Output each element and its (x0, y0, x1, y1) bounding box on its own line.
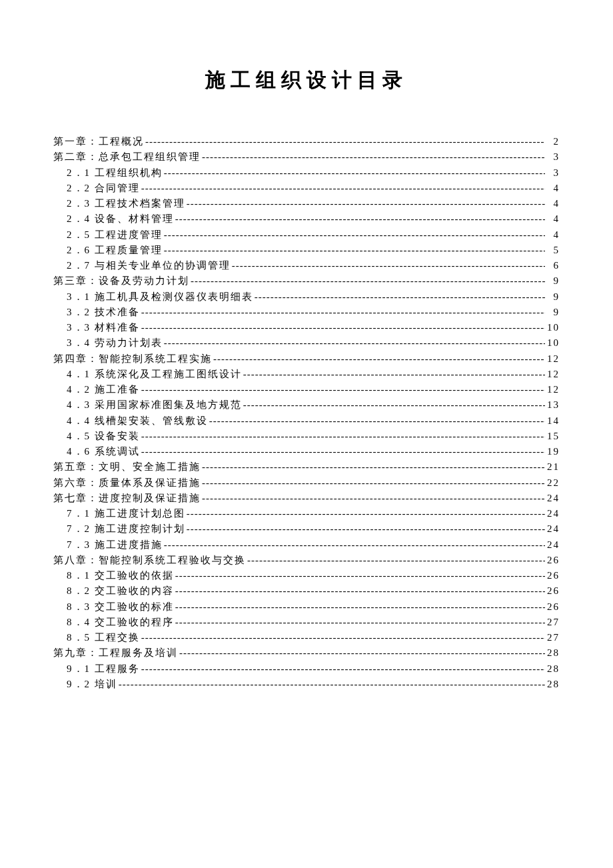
toc-entry: 第七章：进度控制及保证措施24 (53, 491, 560, 506)
toc-leader (187, 506, 545, 521)
table-of-contents: 第一章：工程概况2第二章：总承包工程组织管理32．1 工程组织机构32．2 合同… (53, 134, 560, 692)
toc-entry-page: 24 (546, 537, 560, 553)
toc-leader (202, 475, 545, 491)
toc-entry-label: 第七章：进度控制及保证措施 (53, 491, 201, 506)
toc-entry-page: 2 (546, 134, 560, 149)
toc-entry-page: 13 (546, 397, 560, 413)
toc-entry-page: 24 (546, 506, 560, 521)
toc-entry-label: 2．1 工程组织机构 (67, 165, 163, 181)
toc-entry-label: 4．3 采用国家标准图集及地方规范 (67, 397, 242, 413)
toc-leader (141, 444, 545, 459)
toc-leader (213, 351, 545, 367)
toc-entry-label: 2．7 与相关专业单位的协调管理 (67, 258, 231, 273)
toc-entry-page: 3 (546, 149, 560, 165)
toc-leader (187, 521, 545, 537)
toc-entry-label: 7．2 施工进度控制计划 (67, 521, 185, 537)
toc-leader (164, 165, 545, 181)
toc-entry-label: 2．4 设备、材料管理 (67, 211, 174, 227)
toc-entry-label: 第九章：工程服务及培训 (53, 645, 178, 661)
toc-entry-label: 2．3 工程技术档案管理 (67, 196, 185, 211)
toc-leader (175, 583, 545, 599)
toc-entry-label: 4．6 系统调试 (67, 444, 140, 459)
toc-leader (175, 568, 545, 583)
toc-entry-page: 22 (546, 475, 560, 491)
toc-entry-page: 9 (546, 305, 560, 320)
toc-entry: 9．2 培训28 (53, 677, 560, 692)
toc-leader (255, 289, 545, 305)
toc-entry: 第六章：质量体系及保证措施22 (53, 475, 560, 491)
toc-entry-page: 27 (546, 615, 560, 630)
toc-entry-page: 24 (546, 521, 560, 537)
toc-entry-label: 3．4 劳动力计划表 (67, 335, 163, 351)
toc-leader (202, 491, 545, 506)
toc-leader (141, 305, 545, 320)
toc-entry: 3．3 材料准备10 (53, 320, 560, 335)
toc-entry-page: 4 (546, 181, 560, 196)
toc-leader (141, 181, 545, 196)
toc-entry-page: 26 (546, 599, 560, 615)
toc-entry-label: 第八章：智能控制系统工程验收与交换 (53, 553, 246, 568)
toc-entry-page: 15 (546, 429, 560, 444)
toc-entry: 第九章：工程服务及培训28 (53, 645, 560, 661)
toc-entry-page: 4 (546, 211, 560, 227)
toc-entry: 2．2 合同管理4 (53, 181, 560, 196)
toc-entry: 8．2 交工验收的内容26 (53, 583, 560, 599)
toc-leader (164, 243, 545, 258)
toc-entry-page: 9 (546, 289, 560, 305)
toc-entry: 第八章：智能控制系统工程验收与交换26 (53, 553, 560, 568)
toc-entry-label: 8．4 交工验收的程序 (67, 615, 174, 630)
toc-entry: 4．6 系统调试19 (53, 444, 560, 459)
toc-leader (202, 149, 545, 165)
toc-entry: 第四章：智能控制系统工程实施12 (53, 351, 560, 367)
toc-entry-label: 3．3 材料准备 (67, 320, 140, 335)
toc-entry-page: 5 (546, 243, 560, 258)
toc-entry-label: 第二章：总承包工程组织管理 (53, 149, 201, 165)
toc-entry-page: 28 (546, 677, 560, 692)
toc-entry: 3．1 施工机具及检测仪器仪表明细表9 (53, 289, 560, 305)
toc-entry-page: 26 (546, 568, 560, 583)
toc-leader (141, 661, 545, 677)
toc-entry-page: 26 (546, 583, 560, 599)
toc-entry-page: 12 (546, 382, 560, 397)
toc-entry-page: 4 (546, 227, 560, 243)
toc-entry: 7．3 施工进度措施24 (53, 537, 560, 553)
toc-entry-label: 第三章：设备及劳动力计划 (53, 273, 189, 289)
toc-entry: 8．1 交工验收的依据26 (53, 568, 560, 583)
toc-leader (243, 397, 545, 413)
toc-entry: 4．5 设备安装15 (53, 429, 560, 444)
toc-entry-page: 28 (546, 645, 560, 661)
toc-entry-page: 21 (546, 459, 560, 475)
toc-entry-page: 12 (546, 351, 560, 367)
toc-leader (119, 677, 545, 692)
toc-entry-page: 19 (546, 444, 560, 459)
toc-entry: 第五章：文明、安全施工措施21 (53, 459, 560, 475)
toc-leader (141, 382, 545, 397)
toc-entry-label: 2．5 工程进度管理 (67, 227, 163, 243)
toc-leader (175, 599, 545, 615)
toc-entry: 3．2 技术准备9 (53, 305, 560, 320)
toc-leader (164, 537, 545, 553)
toc-entry: 2．7 与相关专业单位的协调管理6 (53, 258, 560, 273)
toc-entry: 第三章：设备及劳动力计划9 (53, 273, 560, 289)
toc-entry-label: 4．4 线槽架安装、管线敷设 (67, 413, 208, 429)
toc-leader (209, 413, 545, 429)
toc-entry: 9．1 工程服务28 (53, 661, 560, 677)
toc-leader (164, 227, 545, 243)
toc-entry: 2．4 设备、材料管理4 (53, 211, 560, 227)
toc-leader (243, 367, 545, 382)
toc-entry-page: 3 (546, 165, 560, 181)
toc-entry-label: 第五章：文明、安全施工措施 (53, 459, 201, 475)
toc-entry: 2．5 工程进度管理4 (53, 227, 560, 243)
toc-entry-page: 14 (546, 413, 560, 429)
toc-entry-label: 第一章：工程概况 (53, 134, 144, 149)
toc-leader (191, 273, 545, 289)
toc-leader (179, 645, 545, 661)
toc-entry: 4．2 施工准备12 (53, 382, 560, 397)
toc-entry-page: 28 (546, 661, 560, 677)
toc-entry-page: 27 (546, 630, 560, 645)
toc-entry-label: 第四章：智能控制系统工程实施 (53, 351, 212, 367)
toc-entry-label: 8．2 交工验收的内容 (67, 583, 174, 599)
toc-entry-label: 3．2 技术准备 (67, 305, 140, 320)
toc-entry-label: 4．1 系统深化及工程施工图纸设计 (67, 367, 242, 382)
toc-entry: 8．5 工程交换27 (53, 630, 560, 645)
